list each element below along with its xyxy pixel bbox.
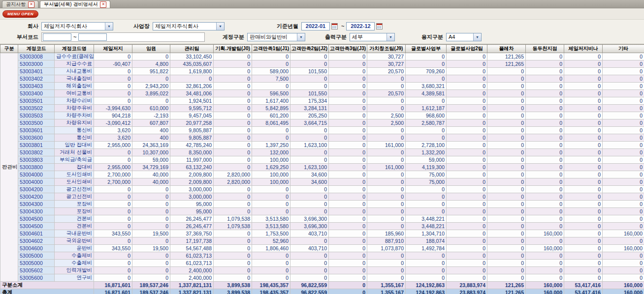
value-cell[interactable]: 0	[487, 215, 526, 223]
value-cell[interactable]: 0	[290, 201, 329, 208]
value-cell[interactable]: 0	[406, 252, 447, 260]
value-cell[interactable]: 0	[526, 90, 564, 97]
value-cell[interactable]: 30,727	[367, 53, 406, 60]
value-cell[interactable]: 9,805,887	[170, 127, 214, 134]
value-cell[interactable]: 0	[329, 164, 367, 171]
value-cell[interactable]: 189,537,246	[132, 282, 170, 289]
value-cell[interactable]: 1,629,250	[252, 164, 290, 171]
value-cell[interactable]: 75,000	[406, 171, 447, 178]
value-cell[interactable]: 0	[329, 215, 367, 223]
value-cell[interactable]: 0	[367, 252, 406, 260]
value-cell[interactable]: 0	[603, 53, 644, 60]
value-cell[interactable]: 0	[252, 60, 290, 68]
value-cell[interactable]: 95,000	[170, 208, 214, 215]
value-cell[interactable]: 0	[603, 223, 644, 230]
value-cell[interactable]: 61,023,713	[170, 260, 214, 267]
value-cell[interactable]: 0	[603, 90, 644, 97]
value-cell[interactable]: 403,710	[290, 230, 329, 237]
value-cell[interactable]: 0	[329, 105, 367, 112]
value-cell[interactable]: 0	[290, 208, 329, 215]
value-cell[interactable]: 2,500	[367, 112, 406, 119]
value-cell[interactable]: 0	[447, 105, 487, 112]
value-cell[interactable]: 0	[487, 252, 526, 260]
value-cell[interactable]: 0	[487, 164, 526, 171]
value-cell[interactable]: 0	[526, 267, 564, 274]
value-cell[interactable]: 33,102,450	[170, 53, 214, 60]
value-cell[interactable]: 205,250	[290, 112, 329, 119]
value-cell[interactable]: 435,035,607	[170, 60, 214, 68]
value-cell[interactable]: 4,119,300	[406, 164, 447, 171]
account-code-cell[interactable]: 53003601	[18, 127, 55, 134]
value-cell[interactable]: 0	[487, 90, 526, 97]
value-cell[interactable]: 3,513,580	[252, 215, 290, 223]
value-cell[interactable]: 0	[487, 260, 526, 267]
value-cell[interactable]: 3,620	[94, 127, 132, 134]
account-code-cell[interactable]: 53005000	[18, 260, 55, 267]
account-name-cell[interactable]: 광고선전비	[55, 193, 94, 201]
value-cell[interactable]: 124,192,863	[406, 289, 447, 294]
value-cell[interactable]: 0	[252, 274, 290, 282]
value-cell[interactable]: 0	[447, 134, 487, 142]
account-code-cell[interactable]: 53003402	[18, 75, 55, 83]
value-cell[interactable]: 0	[290, 267, 329, 274]
value-cell[interactable]: 0	[329, 223, 367, 230]
value-cell[interactable]: 0	[603, 252, 644, 260]
value-cell[interactable]: 0	[447, 97, 487, 105]
value-cell[interactable]: 2,955,000	[94, 164, 132, 171]
value-cell[interactable]: 23,883,974	[447, 282, 487, 289]
account-name-cell[interactable]: 국내출장비	[55, 75, 94, 83]
value-cell[interactable]: 0	[447, 260, 487, 267]
value-cell[interactable]: 160,000	[603, 289, 644, 294]
value-cell[interactable]: 0	[214, 149, 252, 156]
value-cell[interactable]: 0	[603, 208, 644, 215]
value-cell[interactable]: 0	[406, 134, 447, 142]
value-cell[interactable]: 0	[132, 193, 170, 201]
value-cell[interactable]: 0	[132, 252, 170, 260]
value-cell[interactable]: 1,753,500	[252, 230, 290, 237]
tab-expense-report[interactable]: 부서별(세목) 경비명세서 ✕	[40, 0, 110, 8]
table-row[interactable]: 53004000도서인쇄비2,700,00040,0002,009,8002,8…	[0, 171, 644, 178]
value-cell[interactable]: 0	[603, 112, 644, 119]
value-cell[interactable]: 26,245,477	[170, 215, 214, 223]
table-row[interactable]: 53003402국내출장비00007,500000000000	[0, 75, 644, 83]
value-cell[interactable]: 3,284,131	[290, 105, 329, 112]
value-cell[interactable]: 54,567,488	[170, 245, 214, 252]
value-cell[interactable]: 0	[329, 274, 367, 282]
value-cell[interactable]: 0	[447, 156, 487, 164]
value-cell[interactable]: 1,617,400	[252, 97, 290, 105]
value-cell[interactable]: 0	[367, 75, 406, 83]
account-code-cell[interactable]: 53004500	[18, 215, 55, 223]
value-cell[interactable]: 0	[487, 223, 526, 230]
value-cell[interactable]: 0	[329, 90, 367, 97]
value-cell[interactable]: 0	[564, 53, 603, 60]
table-row[interactable]: 53003803부의금/축의금059,00011,997,0000100,000…	[0, 156, 644, 164]
value-cell[interactable]: 0	[447, 215, 487, 223]
value-cell[interactable]: 0	[94, 75, 132, 83]
account-name-cell[interactable]: 도서인쇄비	[55, 178, 94, 186]
value-cell[interactable]: 0	[214, 267, 252, 274]
value-cell[interactable]: 0	[447, 208, 487, 215]
value-cell[interactable]: 0	[132, 186, 170, 193]
value-cell[interactable]: 0	[290, 134, 329, 142]
value-cell[interactable]: 0	[526, 237, 564, 245]
table-row[interactable]: 53004300포장비0095,00000000000000	[0, 201, 644, 208]
value-cell[interactable]: 160,000	[526, 245, 564, 252]
value-cell[interactable]: 0	[214, 119, 252, 127]
value-cell[interactable]: 0	[367, 186, 406, 193]
value-cell[interactable]: 0	[603, 134, 644, 142]
value-cell[interactable]: -90,407	[94, 60, 132, 68]
value-cell[interactable]: 0	[447, 223, 487, 230]
value-cell[interactable]: 0	[564, 252, 603, 260]
value-cell[interactable]: 0	[290, 193, 329, 201]
value-cell[interactable]: 0	[603, 237, 644, 245]
value-cell[interactable]: 121,265	[487, 53, 526, 60]
table-row[interactable]: 53003502차량주유비-3,994,630610,0009,595,7120…	[0, 105, 644, 112]
value-cell[interactable]: 0	[214, 156, 252, 164]
value-cell[interactable]: 0	[329, 208, 367, 215]
value-cell[interactable]: 0	[406, 201, 447, 208]
value-cell[interactable]: 0	[526, 53, 564, 60]
value-cell[interactable]: 132,000	[252, 149, 290, 156]
value-cell[interactable]: 0	[564, 105, 603, 112]
value-cell[interactable]: 1,337,821,131	[170, 282, 214, 289]
value-cell[interactable]: 0	[487, 68, 526, 75]
